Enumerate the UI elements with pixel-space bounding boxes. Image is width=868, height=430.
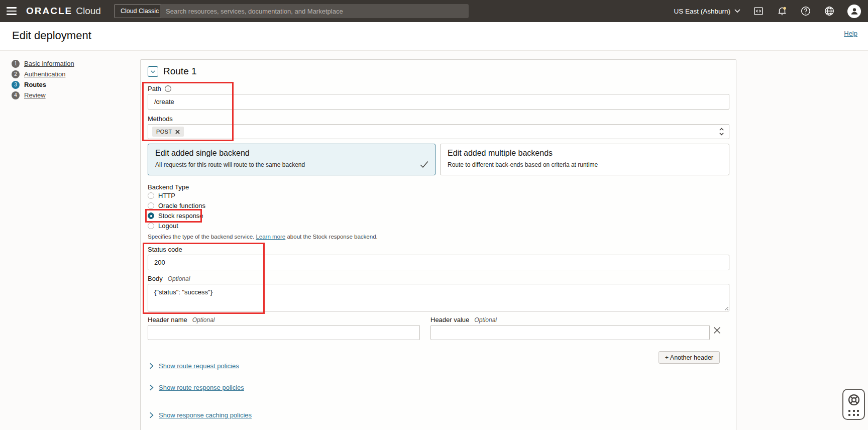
radio-dot: [148, 192, 154, 199]
step-number: 4: [12, 91, 20, 99]
route-title: Route 1: [163, 66, 197, 77]
logo-cloud-text: Cloud: [76, 6, 101, 17]
method-chip-label: POST: [156, 129, 172, 135]
wizard-steps: 1 Basic information 2 Authentication 3 R…: [12, 59, 74, 101]
console-icon[interactable]: [753, 6, 764, 17]
another-header-button[interactable]: + Another header: [659, 351, 720, 364]
backend-type-helper: Specifies the type of the backend servic…: [148, 234, 378, 240]
step-number: 3: [12, 81, 20, 89]
drag-dots-icon: [848, 410, 859, 416]
help-icon[interactable]: [800, 6, 811, 17]
path-input[interactable]: [148, 94, 729, 110]
card-subtitle: All requests for this route will route t…: [155, 161, 428, 168]
step-number: 1: [12, 60, 20, 68]
header-name-label: Header name Optional: [148, 316, 214, 324]
multiple-backends-card[interactable]: Edit added multiple backends Route to di…: [440, 144, 729, 175]
oracle-cloud-logo: ORACLE Cloud: [26, 6, 101, 17]
route-header: Route 1: [148, 66, 197, 77]
show-route-response-policies[interactable]: Show route response policies: [149, 384, 244, 391]
globe-icon[interactable]: [824, 6, 835, 17]
collapse-route-checkbox[interactable]: [148, 66, 158, 77]
methods-label: Methods: [148, 115, 173, 123]
selected-check-icon: [420, 161, 428, 170]
method-chip-post[interactable]: POST: [152, 127, 184, 137]
radio-stock-response[interactable]: Stock response: [148, 211, 203, 220]
backend-type-label: Backend Type: [148, 183, 189, 191]
route-panel: Route 1 Path Methods POST Edit added sin…: [140, 59, 736, 430]
chevron-right-icon: [149, 363, 154, 369]
header-value-input[interactable]: [430, 325, 710, 340]
avatar[interactable]: [847, 5, 861, 18]
topbar: ORACLE Cloud Cloud Classic US East (Ashb…: [0, 0, 868, 22]
radio-oracle-functions[interactable]: Oracle functions: [148, 201, 205, 210]
show-response-caching-policies[interactable]: Show response caching policies: [149, 411, 252, 419]
region-label: US East (Ashburn): [674, 8, 730, 15]
show-route-request-policies[interactable]: Show route request policies: [149, 362, 239, 370]
region-selector[interactable]: US East (Ashburn): [674, 8, 740, 15]
body-label: Body Optional: [148, 275, 190, 282]
remove-header-icon[interactable]: [713, 327, 721, 336]
radio-http[interactable]: HTTP: [148, 191, 175, 200]
step-label: Authentication: [24, 70, 65, 78]
header-value-label: Header value Optional: [430, 316, 497, 324]
wizard-step-routes[interactable]: 3 Routes: [12, 80, 74, 89]
chevron-down-icon: [734, 9, 740, 13]
radio-dot: [148, 202, 154, 209]
learn-more-link[interactable]: Learn more: [256, 234, 285, 240]
wizard-step-authentication[interactable]: 2 Authentication: [12, 69, 74, 79]
header-name-input[interactable]: [148, 325, 420, 340]
status-code-input[interactable]: [148, 255, 729, 270]
chevron-right-icon: [149, 384, 154, 391]
life-ring-icon: [847, 393, 861, 407]
wizard-step-review[interactable]: 4 Review: [12, 90, 74, 100]
page-title: Edit deployment: [12, 29, 91, 42]
status-code-label: Status code: [148, 246, 182, 253]
hamburger-icon[interactable]: [0, 0, 23, 22]
notifications-icon[interactable]: [777, 6, 788, 17]
step-number: 2: [12, 70, 20, 78]
person-icon: [850, 7, 859, 16]
info-icon[interactable]: [164, 85, 172, 92]
card-title: Edit added multiple backends: [448, 149, 722, 158]
radio-dot: [148, 212, 154, 219]
step-label: Basic information: [24, 60, 74, 67]
card-subtitle: Route to different back-ends based on cr…: [448, 161, 722, 168]
chevron-down-icon: [150, 68, 156, 75]
cloud-classic-label: Cloud Classic: [121, 8, 159, 15]
methods-select[interactable]: POST: [148, 124, 729, 139]
remove-method-icon[interactable]: [175, 130, 180, 134]
logo-oracle-text: ORACLE: [26, 6, 72, 17]
radio-dot: [148, 223, 154, 229]
card-title: Edit added single backend: [155, 149, 428, 158]
select-spinner-icon[interactable]: [718, 127, 725, 136]
chevron-right-icon: [149, 412, 154, 418]
body-textarea[interactable]: {"status": "success"}: [148, 284, 729, 311]
search-input[interactable]: [160, 4, 469, 18]
step-label: Routes: [24, 81, 46, 88]
radio-logout[interactable]: Logout: [148, 222, 178, 230]
help-link[interactable]: Help: [844, 30, 857, 37]
single-backend-card[interactable]: Edit added single backend All requests f…: [148, 144, 436, 175]
path-label: Path: [148, 85, 172, 92]
assistance-widget[interactable]: [842, 389, 865, 420]
page-header: Edit deployment Help: [0, 22, 868, 51]
step-label: Review: [24, 91, 46, 99]
wizard-step-basic-information[interactable]: 1 Basic information: [12, 59, 74, 68]
